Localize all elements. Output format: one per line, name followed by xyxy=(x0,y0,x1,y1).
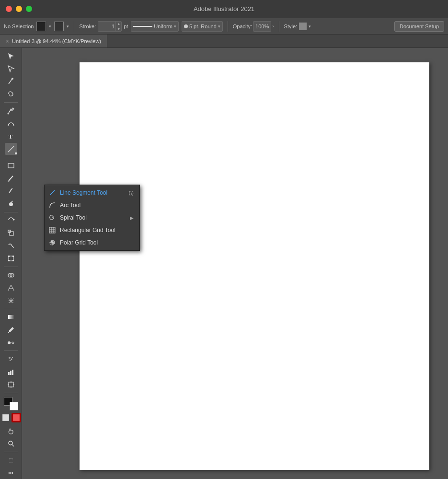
fg-bg-swatches[interactable] xyxy=(4,397,18,410)
stroke-style-select[interactable]: Uniform ▾ xyxy=(131,21,179,32)
brush-chevron[interactable]: ▾ xyxy=(218,24,220,29)
svg-point-26 xyxy=(12,342,14,344)
svg-rect-5 xyxy=(8,164,14,168)
artboard xyxy=(80,62,429,470)
svg-rect-32 xyxy=(8,372,10,375)
magic-wand-tool-button[interactable] xyxy=(5,75,17,88)
close-button[interactable] xyxy=(6,6,12,12)
svg-point-29 xyxy=(11,359,12,360)
color-tools xyxy=(4,397,18,410)
curvature-tool-button[interactable] xyxy=(5,117,17,130)
rectangle-tool-button[interactable] xyxy=(5,159,17,172)
line-segment-tool-button[interactable] xyxy=(5,143,17,155)
draw-mode-button[interactable] xyxy=(11,413,21,422)
style-swatch[interactable] xyxy=(299,23,307,30)
svg-rect-34 xyxy=(12,370,13,375)
gradient-tool-button[interactable] xyxy=(5,311,17,324)
stroke-style-label: Uniform xyxy=(154,23,172,29)
direct-selection-tool-button[interactable] xyxy=(5,63,17,75)
background-swatch[interactable] xyxy=(10,402,18,410)
svg-line-43 xyxy=(12,444,14,446)
svg-rect-33 xyxy=(10,371,11,375)
lasso-tool-button[interactable] xyxy=(5,88,17,101)
flyout-menu: Line Segment Tool (\) Arc Tool xyxy=(44,185,140,251)
normal-mode-button[interactable] xyxy=(1,413,11,422)
canvas-area[interactable]: Line Segment Tool (\) Arc Tool xyxy=(22,48,448,479)
hand-tool-button[interactable] xyxy=(5,425,17,437)
svg-rect-41 xyxy=(13,414,20,421)
app-title: Adobe Illustrator 2021 xyxy=(194,5,254,12)
selection-tool-button[interactable] xyxy=(5,50,17,62)
stroke-swatch-chevron[interactable]: ▾ xyxy=(67,24,69,29)
blob-brush-tool-button[interactable] xyxy=(5,198,17,210)
svg-line-44 xyxy=(50,190,55,195)
warp-tool-button[interactable] xyxy=(5,240,17,252)
screen-mode-button[interactable]: ⬚ xyxy=(5,454,17,467)
svg-point-8 xyxy=(9,202,13,206)
document-tab[interactable]: × Untitled-3 @ 94.44% (CMYK/Preview) xyxy=(0,35,107,47)
scale-tool-button[interactable] xyxy=(5,227,17,239)
flyout-arc[interactable]: Arc Tool xyxy=(45,199,139,211)
type-tool-button[interactable]: T xyxy=(5,130,17,142)
svg-line-4 xyxy=(8,146,14,152)
document-setup-button[interactable]: Document Setup xyxy=(394,21,444,32)
opacity-text: 100% xyxy=(255,23,269,29)
more-tools-button[interactable]: ••• xyxy=(5,467,17,479)
opacity-value[interactable]: 100% xyxy=(253,21,271,32)
style-chevron[interactable]: ▾ xyxy=(309,24,311,29)
stroke-spin-buttons[interactable]: ▲ ▼ xyxy=(115,21,121,32)
style-label: Style: xyxy=(284,23,298,29)
stroke-style-chevron[interactable]: ▾ xyxy=(174,24,176,29)
artboard-tool-button[interactable] xyxy=(5,378,17,391)
flyout-spiral[interactable]: Spiral Tool ▶ xyxy=(45,211,139,224)
minimize-button[interactable] xyxy=(16,6,22,12)
svg-rect-14 xyxy=(8,256,10,257)
main-area: T xyxy=(0,48,448,479)
stroke-weight-field[interactable]: 1 xyxy=(98,23,115,29)
stroke-swatch[interactable] xyxy=(54,22,64,31)
svg-marker-10 xyxy=(13,219,14,221)
pencil-tool-button[interactable] xyxy=(5,172,17,185)
fill-chevron[interactable]: ▾ xyxy=(49,24,51,29)
selection-indicator: No Selection xyxy=(4,23,34,29)
toolbar-sep-7 xyxy=(4,393,18,393)
svg-point-31 xyxy=(11,357,12,358)
svg-rect-45 xyxy=(49,227,55,233)
line-segment-shortcut: (\) xyxy=(129,190,134,196)
tab-bar: × Untitled-3 @ 94.44% (CMYK/Preview) xyxy=(0,35,448,48)
spiral-submenu-arrow: ▶ xyxy=(130,215,134,221)
stroke-up[interactable]: ▲ xyxy=(116,21,121,26)
free-transform-tool-button[interactable] xyxy=(5,252,17,265)
toolbar: T xyxy=(0,48,22,479)
toolbar-sep-5 xyxy=(4,309,18,309)
pen-tool-button[interactable] xyxy=(5,105,17,117)
svg-text:T: T xyxy=(9,133,12,140)
flyout-polar-grid[interactable]: Polar Grid Tool xyxy=(45,236,139,249)
zoom-tool-button[interactable] xyxy=(5,438,17,450)
perspective-grid-tool-button[interactable] xyxy=(5,282,17,294)
separator-2 xyxy=(228,21,228,32)
svg-point-25 xyxy=(8,341,11,344)
shape-builder-tool-button[interactable] xyxy=(5,269,17,281)
paintbrush-tool-button[interactable] xyxy=(5,185,17,198)
brush-select[interactable]: 5 pt. Round ▾ xyxy=(182,21,223,32)
svg-line-0 xyxy=(9,79,12,84)
flyout-rect-grid[interactable]: Rectangular Grid Tool xyxy=(45,224,139,236)
flyout-line-segment[interactable]: Line Segment Tool (\) xyxy=(45,187,139,199)
maximize-button[interactable] xyxy=(26,6,32,12)
stroke-down[interactable]: ▼ xyxy=(116,26,121,32)
options-bar: No Selection ▾ ▾ Stroke: 1 ▲ ▼ pt Unifor… xyxy=(0,18,448,35)
opacity-options: Opacity: 100% › xyxy=(233,21,274,32)
blend-tool-button[interactable] xyxy=(5,337,17,349)
opacity-arrow[interactable]: › xyxy=(272,23,274,29)
mesh-tool-button[interactable] xyxy=(5,294,17,307)
rotate-tool-button[interactable] xyxy=(5,214,17,227)
fill-swatch[interactable] xyxy=(36,22,46,31)
stroke-weight-input[interactable]: 1 ▲ ▼ xyxy=(98,21,122,32)
tab-close-icon[interactable]: × xyxy=(6,38,9,45)
window-controls[interactable] xyxy=(6,6,32,12)
column-graph-tool-button[interactable] xyxy=(5,366,17,378)
svg-point-42 xyxy=(9,441,12,445)
eyedropper-tool-button[interactable] xyxy=(5,324,17,336)
symbol-sprayer-tool-button[interactable] xyxy=(5,353,17,365)
